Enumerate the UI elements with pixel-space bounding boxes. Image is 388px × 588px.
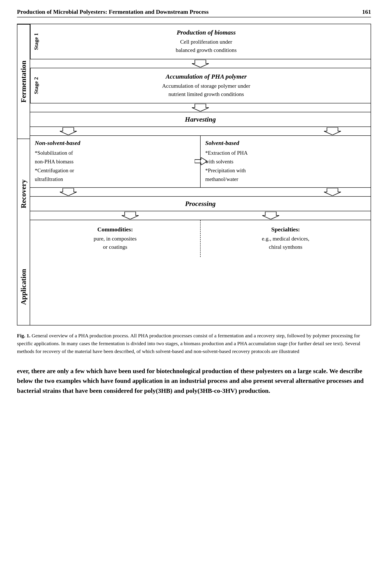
stage1-box: Production of biomass Cell proliferation… [42,24,371,59]
svg-marker-3 [324,127,341,135]
arrow-s1-to-s2 [30,59,371,68]
svg-marker-0 [192,60,209,68]
page-number: 161 [362,8,371,15]
diagram-right-content: Stage 1 Production of biomass Cell proli… [30,24,371,325]
arrow-nonsolvent-to-solvent-icon [195,158,207,165]
arrows-processing-to-app [30,211,371,220]
diagram-figure: Fermentation Recovery Application Stage … [17,24,371,325]
arrow-harvest-right-icon [324,127,341,135]
figure-caption-text: General overview of a PHA production pro… [17,333,361,354]
application-row: Commodities: pure, in compositesor coati… [30,220,371,257]
svg-marker-6 [324,188,341,196]
page-header-title: Production of Microbial Polyesters: Ferm… [17,8,209,15]
arrow-down-s2-icon [192,104,209,112]
arrow-s2-to-harvest [30,103,371,112]
fermentation-label: Fermentation [17,24,30,138]
recovery-row: Non-solvent-based *Solubilization ofnon-… [30,136,371,188]
recovery-right-title: Solvent-based [205,140,366,146]
processing-title: Processing [185,200,216,207]
recovery-left-box: Non-solvent-based *Solubilization ofnon-… [30,136,201,187]
processing-box: Processing [30,197,371,211]
arrow-rec-left-icon [60,188,77,196]
svg-marker-8 [262,212,279,219]
arrows-harvest-to-recovery [30,127,371,136]
app-left-title: Commodities: [35,226,195,233]
svg-marker-7 [122,212,139,219]
stage1-desc: Cell proliferation underbalanced growth … [50,38,362,54]
figure-caption: Fig. 1. General overview of a PHA produc… [17,332,371,356]
svg-marker-2 [60,127,77,135]
arrow-proc-left-icon [122,212,139,219]
svg-marker-5 [60,188,77,196]
arrow-proc-right-icon [262,212,279,219]
page-header: Production of Microbial Polyesters: Ferm… [17,8,371,17]
recovery-left-items: *Solubilization ofnon-PHA biomass*Centri… [35,149,195,183]
svg-marker-4 [195,158,207,165]
arrow-down-s1-icon [192,60,209,68]
figure-label: Fig. 1. [17,333,30,339]
svg-marker-1 [192,104,209,112]
harvesting-title: Harvesting [185,115,216,123]
arrows-recovery-to-processing [30,188,371,197]
body-text-paragraph: ever, there are only a few which have be… [17,366,371,396]
stage2-box: Accumulation of PHA polymer Accumulation… [42,68,371,103]
recovery-left-title: Non-solvent-based [35,140,195,146]
recovery-right-box: Solvent-based *Extraction of PHAwith sol… [201,136,371,187]
stage2-title: Accumulation of PHA polymer [50,73,362,80]
stage1-row: Stage 1 Production of biomass Cell proli… [30,24,371,59]
harvesting-box: Harvesting [30,112,371,127]
stage1-title: Production of biomass [50,29,362,36]
recovery-label: Recovery [17,138,30,249]
recovery-right-items: *Extraction of PHAwith solvents*Precipit… [205,149,366,183]
app-right-desc: e.g., medical devices,chiral synthons [205,235,366,251]
arrow-harvest-left-icon [60,127,77,135]
app-left-desc: pure, in compositesor coatings [35,235,195,251]
application-left-box: Commodities: pure, in compositesor coati… [30,220,201,257]
diagram-left-labels: Fermentation Recovery Application [17,24,30,325]
stage2-row: Stage 2 Accumulation of PHA polymer Accu… [30,68,371,103]
stage1-label: Stage 1 [30,24,42,59]
arrow-rec-right-icon [324,188,341,196]
application-right-box: Specialties: e.g., medical devices,chira… [201,220,371,257]
app-right-title: Specialties: [205,226,366,233]
application-label: Application [17,249,30,325]
stage2-label: Stage 2 [30,68,42,103]
stage2-desc: Accumulation of storage polymer undernut… [50,82,362,98]
